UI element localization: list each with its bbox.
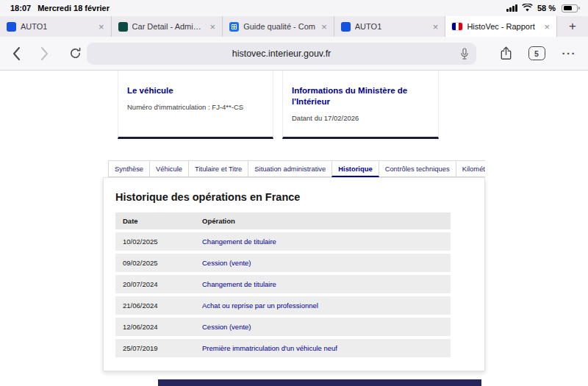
close-tab-icon[interactable]: ×: [98, 22, 104, 32]
browser-tab-car-detail[interactable]: Car Detail - Admin C ×: [112, 16, 223, 37]
operation-date: 25/07/2019: [115, 337, 195, 357]
table-row: 25/07/2019 Première immatriculation d'un…: [115, 337, 451, 357]
status-right: 58 %: [506, 4, 578, 13]
battery-percentage: 58 %: [537, 4, 556, 12]
column-header-date: Date: [115, 212, 195, 231]
operation-date: 09/02/2025: [115, 252, 195, 274]
french-flag-favicon-icon: [452, 23, 462, 30]
browser-tab-title: AUTO1: [355, 22, 429, 31]
status-date: Mercredi 18 février: [37, 4, 110, 12]
column-header-operation: Opération: [195, 212, 451, 231]
close-tab-icon[interactable]: ×: [210, 22, 216, 32]
reload-button[interactable]: [69, 47, 82, 60]
auto1-favicon-icon: [341, 22, 351, 32]
browser-tab-title: Car Detail - Admin C: [132, 22, 206, 31]
tab-vehicule[interactable]: Véhicule: [149, 160, 189, 177]
report-tab-bar: Synthèse Véhicule Titulaire et Titre Sit…: [108, 160, 485, 177]
close-tab-icon[interactable]: ×: [544, 22, 550, 32]
vehicle-card-title: Le véhicule: [127, 85, 264, 96]
address-bar[interactable]: histovec.interieur.gouv.fr: [87, 43, 476, 65]
operation-link[interactable]: Cession (vente): [195, 252, 451, 274]
vehicle-card: Le véhicule Numéro d'immatriculation : F…: [118, 71, 273, 139]
operation-date: 12/06/2024: [115, 316, 195, 337]
operation-date: 10/02/2025: [115, 231, 195, 252]
section-title: Historique des opérations en France: [115, 191, 473, 203]
table-row: 21/06/2024 Achat ou reprise par un profe…: [115, 295, 451, 316]
tab-titulaire-et-titre[interactable]: Titulaire et Titre: [188, 160, 248, 177]
cellular-signal-icon: [506, 4, 517, 12]
spreadsheet-favicon-icon: [229, 22, 239, 32]
clock: 18:07: [10, 4, 31, 12]
admin-favicon-icon: [118, 22, 128, 32]
tab-controles-techniques[interactable]: Contrôles techniques: [379, 160, 456, 177]
ministry-card-title: Informations du Ministère de l'Intérieur: [292, 85, 429, 107]
table-row: 10/02/2025 Changement de titulaire: [115, 231, 451, 252]
operation-link[interactable]: Changement de titulaire: [195, 274, 451, 295]
operation-date: 20/07/2024: [115, 274, 195, 295]
browser-tab-title: Guide qualité - Com: [243, 22, 317, 31]
browser-tab-strip: AUTO1 × Car Detail - Admin C × Guide qua…: [0, 16, 588, 37]
browser-tab-guide-qualite[interactable]: Guide qualité - Com ×: [223, 16, 334, 37]
browser-tab-title: HistoVec - Rapport: [467, 22, 539, 31]
vehicle-card-body: Numéro d'immatriculation : FJ-4**-CS: [127, 103, 264, 111]
operation-date: 21/06/2024: [115, 295, 195, 316]
operation-link[interactable]: Changement de titulaire: [195, 231, 451, 252]
tab-kilometrage[interactable]: Kilométrage: [456, 160, 485, 177]
table-row: 20/07/2024 Changement de titulaire: [115, 274, 451, 295]
close-tab-icon[interactable]: ×: [321, 22, 327, 32]
browser-tab-auto1[interactable]: AUTO1 ×: [0, 16, 112, 37]
operation-link[interactable]: Cession (vente): [195, 316, 451, 337]
back-button[interactable]: [12, 46, 21, 61]
tab-historique[interactable]: Historique: [331, 160, 379, 177]
url-text: histovec.interieur.gouv.fr: [232, 49, 331, 59]
tab-overview-button[interactable]: 5: [528, 46, 545, 60]
nav-left-controls: [12, 37, 82, 70]
more-options-button[interactable]: ···: [562, 47, 577, 60]
ministry-card-body: Datant du 17/02/2026: [292, 114, 429, 122]
tab-situation-administrative[interactable]: Situation administrative: [248, 160, 332, 177]
operation-link[interactable]: Première immatriculation d'un véhicule n…: [195, 337, 451, 357]
screen: 18:07 Mercredi 18 février 58 % AUTO1 ×: [0, 0, 588, 386]
footer-dark-band: [158, 379, 481, 386]
browser-tab-title: AUTO1: [21, 22, 94, 31]
operation-link[interactable]: Achat ou reprise par un professionnel: [195, 295, 451, 316]
close-tab-icon[interactable]: ×: [433, 22, 439, 32]
browser-tab-histovec-active[interactable]: HistoVec - Rapport ×: [445, 16, 557, 37]
browser-tab-auto1-2[interactable]: AUTO1 ×: [334, 16, 446, 37]
historique-panel: Historique des opérations en France Date…: [103, 177, 485, 371]
share-icon[interactable]: [501, 46, 512, 60]
operations-table: Date Opération 10/02/2025 Changement de …: [115, 212, 451, 357]
forward-button[interactable]: [40, 46, 49, 61]
page-content: Le véhicule Numéro d'immatriculation : F…: [0, 71, 588, 386]
new-tab-button[interactable]: +: [557, 16, 588, 37]
tab-synthese[interactable]: Synthèse: [108, 160, 150, 177]
ministry-card: Informations du Ministère de l'Intérieur…: [282, 71, 439, 139]
status-left: 18:07 Mercredi 18 février: [10, 4, 110, 12]
navigation-bar: histovec.interieur.gouv.fr 5 ···: [0, 37, 588, 71]
microphone-icon[interactable]: [460, 48, 469, 62]
table-row: 12/06/2024 Cession (vente): [115, 316, 451, 337]
table-row: 09/02/2025 Cession (vente): [115, 252, 451, 274]
wifi-icon: [522, 4, 533, 13]
status-bar: 18:07 Mercredi 18 février 58 %: [0, 0, 588, 16]
table-header-row: Date Opération: [115, 212, 451, 231]
auto1-favicon-icon: [7, 22, 16, 32]
nav-right-controls: 5 ···: [501, 37, 577, 70]
battery-icon: [562, 4, 578, 12]
